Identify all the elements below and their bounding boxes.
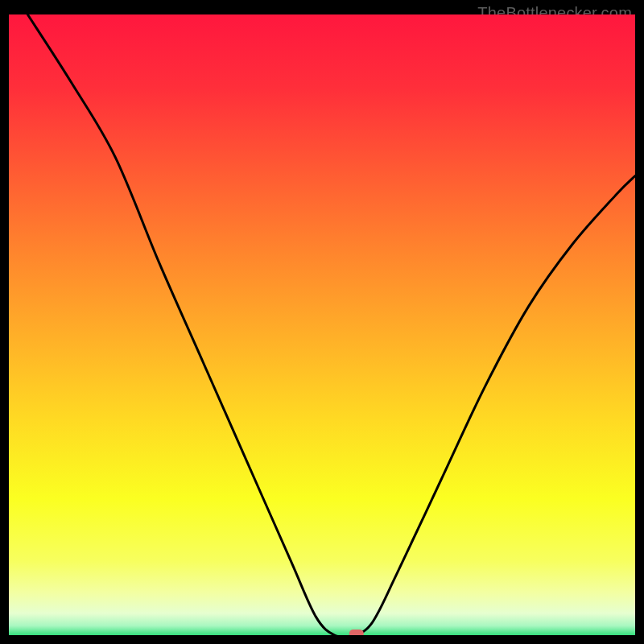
optimal-point-marker	[349, 630, 364, 635]
gradient-background	[9, 14, 635, 635]
chart-frame: TheBottlenecker.com	[9, 9, 635, 635]
bottleneck-chart	[9, 14, 635, 635]
